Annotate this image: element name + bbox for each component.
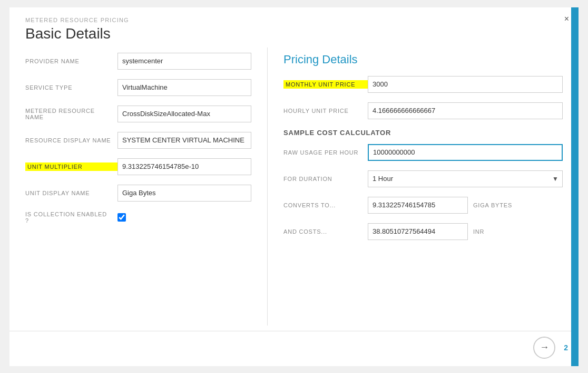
pricing-section-title: Pricing Details (283, 53, 563, 66)
resource-display-name-input[interactable] (117, 132, 251, 149)
resource-display-name-label: RESOURCE DISPLAY NAME (25, 137, 117, 144)
raw-usage-row: RAW USAGE PER HOUR (283, 144, 563, 161)
hourly-unit-price-label: HOURLY UNIT PRICE (283, 108, 368, 114)
and-costs-label: AND COSTS... (283, 228, 368, 235)
for-duration-select-wrapper: 1 Hour 2 Hours 6 Hours 12 Hours 24 Hours… (368, 170, 563, 187)
converts-to-label: CONVERTS TO... (283, 202, 368, 208)
unit-multiplier-input[interactable] (117, 158, 251, 175)
page-number: 2 (564, 343, 568, 352)
metered-resource-name-input[interactable] (117, 106, 251, 122)
monthly-unit-price-row: MONTHLY UNIT PRICE (283, 76, 563, 93)
for-duration-label: FOR DURATION (283, 176, 368, 182)
service-type-input[interactable] (117, 79, 251, 96)
raw-usage-input[interactable] (368, 144, 563, 161)
service-type-label: SERVICE TYPE (25, 84, 117, 91)
service-type-row: SERVICE TYPE (25, 79, 251, 96)
and-costs-unit: INR (473, 228, 484, 235)
resource-display-name-row: RESOURCE DISPLAY NAME (25, 132, 251, 149)
is-collection-label: IS COLLECTION ENABLED ? (25, 211, 117, 224)
modal-subtitle: METERED RESOURCE PRICING (25, 17, 563, 23)
unit-display-name-label: UNIT DISPLAY NAME (25, 190, 117, 196)
unit-display-name-row: UNIT DISPLAY NAME (25, 185, 251, 202)
next-button[interactable]: → (533, 337, 555, 359)
hourly-unit-price-input[interactable] (368, 102, 563, 119)
unit-display-name-input[interactable] (117, 185, 251, 202)
scrollbar (571, 7, 579, 366)
for-duration-select[interactable]: 1 Hour 2 Hours 6 Hours 12 Hours 24 Hours (368, 170, 563, 187)
modal: × METERED RESOURCE PRICING Basic Details… (9, 7, 579, 366)
basic-details-panel: PROVIDER NAME SERVICE TYPE METERED RESOU… (9, 47, 268, 326)
and-costs-row: AND COSTS... INR (283, 223, 563, 240)
provider-name-label: PROVIDER NAME (25, 58, 117, 64)
unit-multiplier-label: UNIT MULTIPLIER (25, 162, 117, 171)
metered-resource-name-row: METERED RESOURCE NAME (25, 106, 251, 122)
converts-to-unit: GIGA BYTES (473, 202, 512, 208)
modal-title: Basic Details (25, 25, 563, 42)
modal-footer: → 2 (9, 331, 579, 366)
arrow-right-icon: → (540, 342, 549, 353)
monthly-unit-price-label: MONTHLY UNIT PRICE (283, 80, 368, 89)
provider-name-row: PROVIDER NAME (25, 53, 251, 70)
is-collection-checkbox[interactable] (117, 213, 126, 222)
hourly-unit-price-row: HOURLY UNIT PRICE (283, 102, 563, 119)
and-costs-input[interactable] (368, 223, 468, 240)
for-duration-row: FOR DURATION 1 Hour 2 Hours 6 Hours 12 H… (283, 170, 563, 187)
raw-usage-label: RAW USAGE PER HOUR (283, 149, 368, 156)
converts-to-input[interactable] (368, 197, 468, 214)
is-collection-row: IS COLLECTION ENABLED ? (25, 211, 251, 224)
metered-resource-name-label: METERED RESOURCE NAME (25, 108, 117, 120)
unit-multiplier-row: UNIT MULTIPLIER (25, 158, 251, 175)
modal-header: METERED RESOURCE PRICING Basic Details (9, 7, 579, 42)
modal-body: PROVIDER NAME SERVICE TYPE METERED RESOU… (9, 42, 579, 331)
sample-cost-title: SAMPLE COST CALCULATOR (283, 129, 563, 137)
pricing-details-panel: Pricing Details MONTHLY UNIT PRICE HOURL… (268, 47, 579, 326)
monthly-unit-price-input[interactable] (368, 76, 563, 93)
provider-name-input[interactable] (117, 53, 251, 70)
close-button[interactable]: × (564, 15, 569, 23)
converts-to-row: CONVERTS TO... GIGA BYTES (283, 197, 563, 214)
